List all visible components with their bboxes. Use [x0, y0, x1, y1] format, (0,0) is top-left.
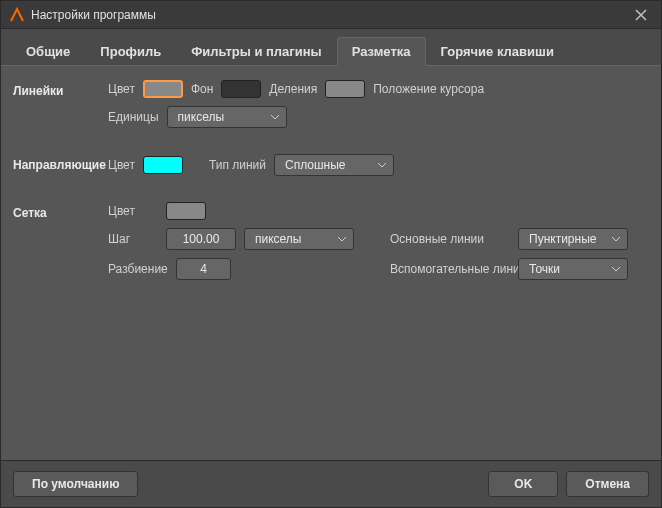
grid-step-input[interactable]	[166, 228, 236, 250]
grid-main-lines-dropdown[interactable]: Пунктирные	[518, 228, 628, 250]
chevron-down-icon	[611, 264, 621, 274]
window-title: Настройки программы	[31, 8, 629, 22]
grid-aux-lines-dropdown[interactable]: Точки	[518, 258, 628, 280]
grid-aux-lines-label: Вспомогательные линии	[390, 262, 510, 276]
tab-profile[interactable]: Профиль	[85, 37, 176, 65]
grid-color-label: Цвет	[108, 204, 158, 218]
grid-color-swatch[interactable]	[166, 202, 206, 220]
footer: По умолчанию OK Отмена	[1, 460, 661, 507]
close-button[interactable]	[629, 3, 653, 27]
tab-general[interactable]: Общие	[11, 37, 85, 65]
guides-color-swatch[interactable]	[143, 156, 183, 174]
titlebar: Настройки программы	[1, 1, 661, 29]
grid-step-units-value: пикселы	[255, 232, 302, 246]
guides-linetype-dropdown[interactable]: Сплошные	[274, 154, 394, 176]
ok-button[interactable]: OK	[488, 471, 558, 497]
chevron-down-icon	[377, 160, 387, 170]
chevron-down-icon	[337, 234, 347, 244]
rulers-divisions-swatch[interactable]	[325, 80, 365, 98]
close-icon	[635, 9, 647, 21]
rulers-divisions-label: Деления	[269, 82, 317, 96]
app-icon	[9, 7, 25, 23]
tab-filters[interactable]: Фильтры и плагины	[176, 37, 337, 65]
settings-window: Настройки программы Общие Профиль Фильтр…	[0, 0, 662, 508]
guides-color-label: Цвет	[108, 158, 135, 172]
grid-aux-lines-value: Точки	[529, 262, 560, 276]
tab-markup[interactable]: Разметка	[337, 37, 426, 66]
grid-step-label: Шаг	[108, 232, 158, 246]
section-rulers: Линейки Цвет Фон Деления Положение курсо…	[13, 80, 649, 136]
grid-subdiv-input[interactable]	[176, 258, 231, 280]
cancel-button[interactable]: Отмена	[566, 471, 649, 497]
rulers-units-label: Единицы	[108, 110, 159, 124]
rulers-bg-label: Фон	[191, 82, 213, 96]
tab-bar: Общие Профиль Фильтры и плагины Разметка…	[1, 29, 661, 66]
chevron-down-icon	[270, 112, 280, 122]
rulers-bg-swatch[interactable]	[221, 80, 261, 98]
rulers-units-dropdown[interactable]: пикселы	[167, 106, 287, 128]
grid-subdiv-label: Разбиение	[108, 262, 168, 276]
grid-step-units-dropdown[interactable]: пикселы	[244, 228, 354, 250]
rulers-color-swatch[interactable]	[143, 80, 183, 98]
guides-section-label: Направляющие	[13, 154, 108, 184]
grid-main-lines-value: Пунктирные	[529, 232, 596, 246]
rulers-units-value: пикселы	[178, 110, 225, 124]
rulers-color-label: Цвет	[108, 82, 135, 96]
grid-section-label: Сетка	[13, 202, 108, 288]
section-grid: Сетка Цвет Шаг пикселы	[13, 202, 649, 288]
rulers-section-label: Линейки	[13, 80, 108, 136]
guides-linetype-value: Сплошные	[285, 158, 346, 172]
rulers-cursor-label: Положение курсора	[373, 82, 484, 96]
grid-main-lines-label: Основные линии	[390, 232, 510, 246]
content-area: Линейки Цвет Фон Деления Положение курсо…	[1, 66, 661, 460]
chevron-down-icon	[611, 234, 621, 244]
defaults-button[interactable]: По умолчанию	[13, 471, 138, 497]
section-guides: Направляющие Цвет Тип линий Сплошные	[13, 154, 649, 184]
tab-hotkeys[interactable]: Горячие клавиши	[426, 37, 569, 65]
guides-linetype-label: Тип линий	[209, 158, 266, 172]
